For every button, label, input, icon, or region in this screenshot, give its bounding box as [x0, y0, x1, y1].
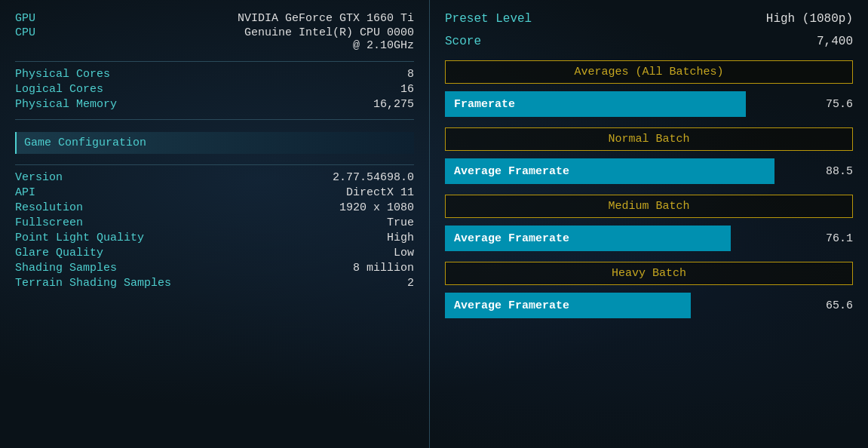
- heavy-framerate-bar: Average Framerate: [445, 293, 691, 318]
- right-panel: Preset Level High (1080p) Score 7,400 Av…: [430, 0, 868, 448]
- averages-header: Averages (All Batches): [445, 60, 853, 84]
- divider-3: [15, 164, 414, 165]
- terrain-row: Terrain Shading Samples 2: [15, 277, 414, 290]
- physical-cores-value: 8: [407, 68, 414, 81]
- medium-batch-header: Medium Batch: [445, 195, 853, 218]
- gpu-value: NVIDIA GeForce GTX 1660 Ti: [238, 12, 414, 25]
- resolution-value: 1920 x 1080: [339, 201, 414, 214]
- fullscreen-row: Fullscreen True: [15, 216, 414, 229]
- cpu-block: CPU Genuine Intel(R) CPU 0000 @ 2.10GHz: [15, 26, 414, 52]
- gpu-row: GPU NVIDIA GeForce GTX 1660 Ti: [15, 12, 414, 25]
- preset-label: Preset Level: [445, 12, 532, 26]
- cpu-value: Genuine Intel(R) CPU 0000: [60, 26, 414, 39]
- fullscreen-label: Fullscreen: [15, 216, 83, 229]
- preset-row: Preset Level High (1080p): [445, 12, 853, 26]
- shading-label: Shading Samples: [15, 262, 117, 275]
- point-light-row: Point Light Quality High: [15, 232, 414, 244]
- version-value: 2.77.54698.0: [333, 171, 414, 184]
- fullscreen-value: True: [387, 216, 414, 229]
- divider-1: [15, 61, 414, 62]
- cpu-freq: @ 2.10GHz: [60, 39, 414, 52]
- version-row: Version 2.77.54698.0: [15, 171, 414, 184]
- point-light-label: Point Light Quality: [15, 232, 144, 244]
- score-label: Score: [445, 35, 481, 48]
- physical-cores-label: Physical Cores: [15, 68, 110, 81]
- glare-value: Low: [394, 247, 414, 259]
- avg-framerate-score: 75.6: [819, 98, 853, 111]
- physical-cores-row: Physical Cores 8: [15, 68, 414, 81]
- glare-label: Glare Quality: [15, 247, 103, 259]
- version-label: Version: [15, 171, 63, 184]
- left-panel: GPU NVIDIA GeForce GTX 1660 Ti CPU Genui…: [0, 0, 430, 448]
- physical-memory-value: 16,275: [373, 98, 414, 111]
- score-row: Score 7,400: [445, 35, 853, 48]
- resolution-label: Resolution: [15, 201, 83, 214]
- preset-value: High (1080p): [766, 12, 853, 26]
- point-light-value: High: [387, 232, 414, 244]
- normal-framerate-label: Average Framerate: [454, 165, 569, 178]
- avg-framerate-row: Framerate 75.6: [445, 91, 853, 117]
- normal-batch-header: Normal Batch: [445, 127, 853, 151]
- logical-cores-value: 16: [400, 83, 414, 96]
- normal-framerate-score: 88.5: [819, 165, 853, 178]
- logical-cores-row: Logical Cores 16: [15, 83, 414, 96]
- game-config-header: Game Configuration: [15, 132, 414, 154]
- avg-framerate-bar: Framerate: [445, 91, 746, 117]
- medium-framerate-bar-container: Average Framerate: [445, 226, 811, 251]
- gpu-label: GPU: [15, 12, 35, 25]
- heavy-framerate-score: 65.6: [819, 299, 853, 312]
- cpu-label: CPU: [15, 26, 60, 52]
- shading-row: Shading Samples 8 million: [15, 262, 414, 275]
- shading-value: 8 million: [353, 262, 414, 275]
- medium-framerate-label: Average Framerate: [454, 232, 569, 245]
- api-row: API DirectX 11: [15, 186, 414, 199]
- heavy-framerate-label: Average Framerate: [454, 299, 569, 312]
- api-label: API: [15, 186, 35, 199]
- physical-memory-row: Physical Memory 16,275: [15, 98, 414, 111]
- avg-framerate-bar-container: Framerate: [445, 91, 811, 117]
- api-value: DirectX 11: [346, 186, 414, 199]
- normal-framerate-row: Average Framerate 88.5: [445, 158, 853, 184]
- glare-row: Glare Quality Low: [15, 247, 414, 259]
- medium-framerate-bar: Average Framerate: [445, 226, 731, 251]
- medium-framerate-score: 76.1: [819, 232, 853, 245]
- logical-cores-label: Logical Cores: [15, 83, 103, 96]
- terrain-value: 2: [407, 277, 414, 290]
- divider-2: [15, 119, 414, 120]
- avg-framerate-label: Framerate: [454, 98, 515, 111]
- normal-framerate-bar: Average Framerate: [445, 158, 774, 184]
- score-value: 7,400: [817, 35, 853, 48]
- physical-memory-label: Physical Memory: [15, 98, 117, 111]
- resolution-row: Resolution 1920 x 1080: [15, 201, 414, 214]
- normal-framerate-bar-container: Average Framerate: [445, 158, 811, 184]
- medium-framerate-row: Average Framerate 76.1: [445, 226, 853, 251]
- heavy-batch-header: Heavy Batch: [445, 262, 853, 285]
- terrain-label: Terrain Shading Samples: [15, 277, 171, 290]
- heavy-framerate-row: Average Framerate 65.6: [445, 293, 853, 318]
- heavy-framerate-bar-container: Average Framerate: [445, 293, 811, 318]
